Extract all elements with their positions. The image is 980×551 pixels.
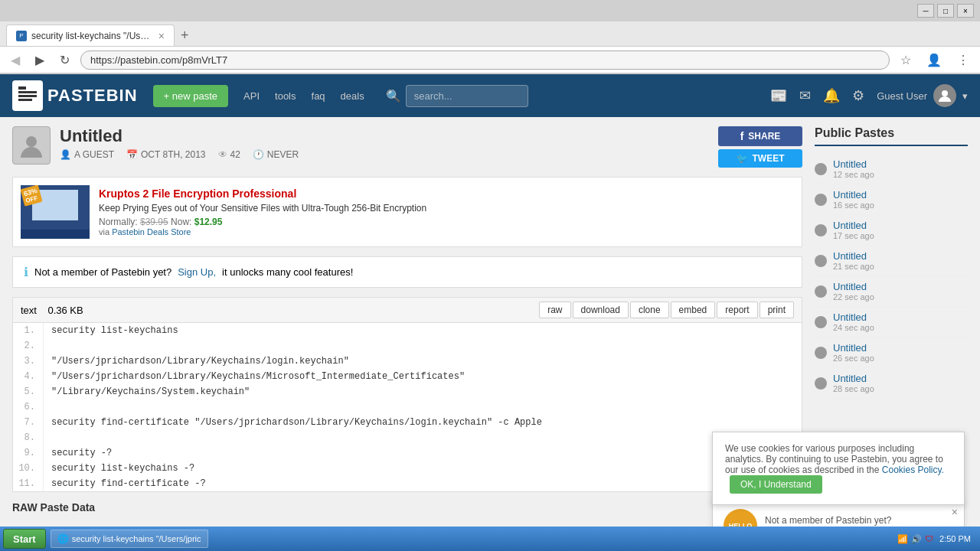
code-line: 5."/Library/Keychains/System.keychain" [13, 384, 802, 399]
code-line: 2. [13, 338, 802, 354]
paste-item-icon [815, 316, 827, 328]
code-line: 8. [13, 430, 802, 445]
bell-icon-btn[interactable]: 🔔 [823, 87, 840, 104]
menu-btn[interactable]: ⋮ [952, 50, 974, 70]
taskbar: Start 🌐 security list-keychains "/Users/… [0, 527, 980, 551]
paste-title-block: Untitled 👤 A GUEST 📅 OCT 8TH, 2013 👁 [60, 126, 709, 160]
code-line: 10.security list-keychains -? [13, 461, 802, 476]
cookie-policy-link[interactable]: Cookies Policy. [882, 465, 944, 475]
code-line: 4."/Users/jprichardson/Library/Keychains… [13, 369, 802, 384]
paste-item-name[interactable]: Untitled [833, 373, 968, 384]
code-line: 3."/Users/jprichardson/Library/Keychains… [13, 354, 802, 369]
download-btn[interactable]: download [573, 302, 629, 318]
tab-bar: P security list-keychains "/Users/jprich… [0, 21, 980, 46]
sidebar-paste-item: Untitled 26 sec ago [815, 337, 968, 368]
paste-expire: 🕐 NEVER [253, 149, 299, 160]
active-tab[interactable]: P security list-keychains "/Users/jprich… [6, 24, 175, 46]
facebook-share-btn[interactable]: f SHARE [718, 126, 802, 146]
laptop-base [21, 230, 90, 239]
sidebar-paste-item: Untitled 12 sec ago [815, 154, 968, 184]
paste-item-text: Untitled 17 sec ago [833, 220, 968, 240]
twitter-share-btn[interactable]: 🐦 TWEET [718, 149, 802, 168]
nav-tools[interactable]: tools [275, 90, 296, 102]
paste-item-name[interactable]: Untitled [833, 311, 968, 323]
new-paste-btn[interactable]: + new paste [153, 85, 228, 107]
clone-btn[interactable]: clone [630, 302, 669, 318]
sidebar-paste-item: Untitled 16 sec ago [815, 184, 968, 215]
embed-btn[interactable]: embed [671, 302, 716, 318]
close-btn[interactable]: × [957, 4, 974, 18]
svg-rect-0 [18, 86, 26, 90]
paste-item-name[interactable]: Untitled [833, 220, 968, 231]
tab-favicon: P [16, 31, 27, 41]
nav-api[interactable]: API [243, 90, 260, 102]
deals-store-link[interactable]: Pastebin Deals Store [112, 227, 191, 236]
newspaper-icon-btn[interactable]: 📰 [770, 87, 787, 104]
address-input[interactable] [80, 51, 890, 70]
paste-item-name[interactable]: Untitled [833, 158, 968, 170]
paste-item-text: Untitled 12 sec ago [833, 158, 968, 179]
line-number: 6. [13, 399, 44, 415]
signup-text: Not a member of Pastebin yet? [765, 515, 928, 526]
search-input[interactable] [406, 85, 528, 107]
signup-link[interactable]: Sign Up, [178, 266, 216, 278]
guest-user-label: Guest User [877, 90, 927, 102]
raw-btn[interactable]: raw [539, 302, 570, 318]
line-number: 11. [13, 476, 44, 491]
paste-item-text: Untitled 28 sec ago [833, 373, 968, 393]
sidebar-paste-item: Untitled 21 sec ago [815, 246, 968, 276]
minimize-btn[interactable]: ─ [917, 4, 934, 18]
paste-item-icon [815, 255, 827, 267]
taskbar-app-item[interactable]: 🌐 security list-keychains "/Users/jpric [51, 530, 208, 548]
line-code: security list-keychains -? [51, 461, 194, 476]
signup-close-btn[interactable]: × [952, 506, 958, 518]
paste-item-text: Untitled 21 sec ago [833, 250, 968, 271]
sidebar-paste-item: Untitled 17 sec ago [815, 215, 968, 246]
line-code: security find-certificate "/Users/jprich… [51, 415, 542, 430]
paste-item-time: 21 sec ago [833, 262, 968, 271]
start-button[interactable]: Start [3, 529, 46, 549]
paste-item-time: 16 sec ago [833, 201, 968, 210]
user-dropdown-arrow[interactable]: ▾ [962, 90, 968, 102]
report-btn[interactable]: report [717, 302, 757, 318]
main-content: Untitled 👤 A GUEST 📅 OCT 8TH, 2013 👁 [12, 126, 802, 514]
nav-faq[interactable]: faq [312, 90, 325, 102]
taskbar-right: 📶 🔊 🛡 2:50 PM [891, 534, 977, 544]
maximize-btn[interactable]: □ [937, 4, 954, 18]
logo-text: PASTEBIN [47, 86, 138, 106]
nav-deals[interactable]: deals [341, 90, 364, 102]
ad-sale-price: $12.95 [194, 217, 223, 227]
code-line: 9.security -? [13, 445, 802, 461]
paste-item-name[interactable]: Untitled [833, 250, 968, 262]
settings-icon-btn[interactable]: ⚙ [852, 87, 864, 104]
cookie-notice: We use cookies for various purposes incl… [712, 432, 965, 505]
print-btn[interactable]: print [760, 302, 794, 318]
paste-item-name[interactable]: Untitled [833, 342, 968, 354]
user-menu[interactable]: Guest User ▾ [877, 84, 968, 107]
paste-item-time: 12 sec ago [833, 170, 968, 179]
pastebin-logo[interactable]: PASTEBIN [12, 80, 138, 111]
forward-btn[interactable]: ▶ [31, 50, 49, 70]
paste-meta: 👤 A GUEST 📅 OCT 8TH, 2013 👁 42 🕐 [60, 149, 709, 160]
new-tab-btn[interactable]: + [175, 24, 195, 46]
search-icon: 🔍 [386, 89, 401, 103]
paste-item-name[interactable]: Untitled [833, 281, 968, 292]
bookmark-btn[interactable]: ☆ [896, 50, 916, 70]
line-number: 3. [13, 354, 44, 369]
calendar-icon: 📅 [126, 149, 138, 160]
browser-chrome: ─ □ × P security list-keychains "/Users/… [0, 0, 980, 74]
back-btn[interactable]: ◀ [6, 50, 24, 70]
user-profile-btn[interactable]: 👤 [922, 50, 946, 70]
sidebar-paste-item: Untitled 22 sec ago [815, 276, 968, 307]
ad-title[interactable]: Kruptos 2 File Encryption Professional [99, 187, 426, 200]
user-icon: 👤 [60, 149, 71, 160]
avatar [933, 84, 956, 107]
refresh-btn[interactable]: ↻ [55, 50, 74, 70]
svg-rect-1 [18, 91, 37, 93]
paste-item-name[interactable]: Untitled [833, 189, 968, 201]
tab-close-btn[interactable]: × [158, 31, 165, 41]
volume-icon: 🔊 [911, 534, 922, 544]
paste-item-time: 17 sec ago [833, 231, 968, 240]
mail-icon-btn[interactable]: ✉ [799, 87, 811, 104]
cookie-ok-btn[interactable]: OK, I Understand [730, 475, 822, 494]
